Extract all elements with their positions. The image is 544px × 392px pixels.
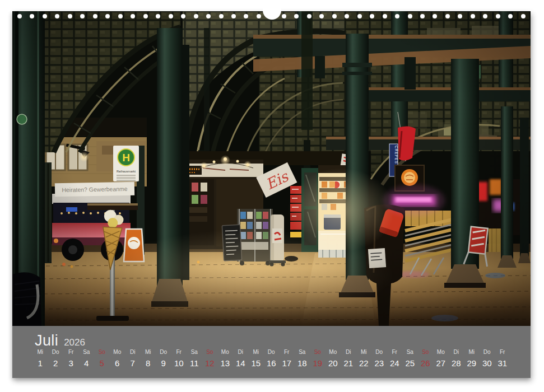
punch-hole (496, 14, 500, 18)
day-number: 1 (32, 358, 48, 368)
weekday-label: Di (125, 349, 141, 355)
weekday-label: Fr (495, 349, 510, 355)
punch-hole (181, 14, 185, 18)
punch-hole (433, 14, 437, 18)
weekday-label: Mi (248, 349, 264, 355)
calendar-day: Di28 (449, 349, 464, 368)
calendar-day: So26 (418, 349, 434, 368)
calendar-day: Do2 (48, 349, 64, 368)
punch-hole (294, 14, 299, 18)
day-number: 6 (110, 358, 125, 368)
weekday-label: Sa (295, 349, 310, 355)
weekday-label: So (418, 349, 434, 355)
calendar-day: Fr3 (63, 349, 79, 368)
calendar-day: Mi8 (141, 349, 156, 368)
punch-hole (521, 14, 526, 18)
weekday-label: Sa (402, 349, 418, 355)
punch-hole (80, 14, 85, 18)
day-number: 17 (279, 358, 295, 368)
day-number: 18 (295, 358, 310, 368)
weekday-label: So (202, 349, 218, 355)
weekday-label: Di (449, 349, 464, 355)
weekday-label: Di (341, 349, 356, 355)
day-number: 3 (63, 358, 79, 368)
punch-hole (219, 14, 224, 18)
calendar-day: Fr31 (495, 349, 510, 368)
calendar-day: Do16 (264, 349, 280, 368)
day-number: 8 (141, 358, 156, 368)
day-number: 16 (264, 358, 280, 368)
calendar-sheet: Heiraten? Gewerbeanme H Rathausmarkt (12, 11, 531, 378)
weekday-label: Do (480, 349, 495, 355)
calendar-title: Juli 2026 (35, 332, 85, 349)
day-number: 10 (171, 358, 187, 368)
calendar-day: Sa4 (79, 349, 95, 368)
calendar-day: Fr10 (171, 349, 187, 368)
day-number: 24 (387, 358, 403, 368)
punch-hole (194, 14, 198, 18)
calendar-day: Di7 (125, 349, 141, 368)
calendar-day: Mi22 (356, 349, 372, 368)
day-number: 25 (402, 358, 418, 368)
calendar-day: So5 (94, 349, 110, 368)
day-number: 14 (233, 358, 249, 368)
day-number: 9 (156, 358, 171, 368)
punch-hole (244, 14, 248, 18)
day-number: 2 (48, 358, 64, 368)
weekday-label: Do (264, 349, 280, 355)
weekday-label: Mi (464, 349, 480, 355)
weekday-label: Di (233, 349, 249, 355)
day-number: 28 (449, 358, 464, 368)
punch-hole (383, 14, 387, 18)
calendar-day: Sa11 (187, 349, 202, 368)
weekday-label: Mi (356, 349, 372, 355)
weekday-label: Do (371, 349, 387, 355)
weekday-label: Mo (217, 349, 233, 355)
day-number: 23 (371, 358, 387, 368)
punch-hole (30, 14, 34, 18)
punch-hole (445, 14, 450, 18)
weekday-label: Mi (32, 349, 48, 355)
punch-hole (345, 14, 349, 18)
punch-hole (282, 14, 286, 18)
month-label: Juli (35, 332, 58, 349)
day-number: 21 (341, 358, 356, 368)
day-number: 29 (464, 358, 480, 368)
punch-hole (169, 14, 173, 18)
punch-hole (408, 14, 412, 18)
punch-hole (332, 14, 337, 18)
day-number: 30 (480, 358, 495, 368)
calendar-day: Mi15 (248, 349, 264, 368)
weekday-label: Fr (63, 349, 79, 355)
weekday-label: Mo (110, 349, 125, 355)
calendar-day: So12 (202, 349, 218, 368)
punch-hole (206, 14, 211, 18)
punch-hole (93, 14, 97, 18)
calendar-day: Sa25 (402, 349, 418, 368)
punch-hole (420, 14, 425, 18)
calendar-day: Mo13 (217, 349, 233, 368)
calendar-day: Mo27 (433, 349, 449, 368)
day-number: 19 (310, 358, 326, 368)
weekday-label: So (94, 349, 110, 355)
year-label: 2026 (64, 337, 85, 348)
day-number: 20 (326, 358, 341, 368)
punch-hole (357, 14, 362, 18)
day-number: 22 (356, 358, 372, 368)
hanger-hole (263, 1, 281, 20)
weekday-label: Fr (171, 349, 187, 355)
weekday-label: Sa (187, 349, 202, 355)
calendar-day: Do30 (480, 349, 495, 368)
punch-hole (257, 14, 261, 18)
day-number: 13 (217, 358, 233, 368)
punch-hole (307, 14, 311, 18)
day-number: 27 (433, 358, 449, 368)
weekday-label: Do (48, 349, 64, 355)
punch-hole (471, 14, 475, 18)
punch-hole (143, 14, 148, 18)
calendar-day: Mi1 (32, 349, 48, 368)
calendar-day: Mo6 (110, 349, 125, 368)
weekday-label: Mo (326, 349, 341, 355)
weekday-label: Fr (387, 349, 403, 355)
punch-hole (319, 14, 324, 18)
